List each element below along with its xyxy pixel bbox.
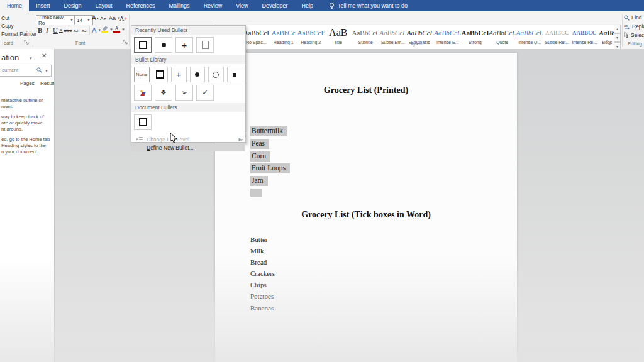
ribbon-tab-references[interactable]: References: [119, 0, 162, 11]
bullet-option-square-small[interactable]: [227, 67, 243, 82]
clear-formatting-button[interactable]: A: [119, 15, 127, 22]
change-list-level-menu-item[interactable]: Change List Level ▶: [131, 135, 245, 143]
grocery-item[interactable]: Bananas: [250, 304, 275, 315]
grow-font-button[interactable]: A▲: [92, 14, 99, 21]
style-title[interactable]: AaBTitle: [325, 25, 352, 52]
document-heading-2: Grocery List (Tick boxes in Word): [215, 210, 517, 220]
bullet-option-picture[interactable]: [134, 85, 152, 101]
font-color-button[interactable]: A ▼: [113, 26, 125, 33]
grocery-item-selected[interactable]: Jam: [250, 176, 290, 189]
styles-group-label: Styles: [409, 41, 421, 47]
bullet-option-square-thin[interactable]: [196, 37, 214, 53]
ribbon-tab-review[interactable]: Review: [197, 0, 230, 11]
ribbon-tab-layout[interactable]: Layout: [89, 0, 119, 11]
bullet-option-circle-open[interactable]: [208, 67, 224, 82]
bullet-option-check[interactable]: ✓: [196, 85, 214, 101]
ribbon-tab-mailings[interactable]: Mailings: [162, 0, 197, 11]
cut-button[interactable]: Cut: [1, 15, 9, 21]
select-button[interactable]: Select: [624, 32, 644, 38]
style-intense-e[interactable]: AaBbCcLIntense E...: [434, 25, 462, 52]
copy-button[interactable]: Copy: [1, 23, 14, 29]
navigation-pane-title: ation: [1, 53, 19, 62]
font-name-combobox[interactable]: Times New Ro▼: [36, 15, 76, 25]
gallery-scroll-down-button[interactable]: ▼: [614, 33, 621, 42]
style-heading-1[interactable]: AaBbCcHeading 1: [270, 25, 297, 52]
bullet-library-dropdown: Recently Used Bullets + Bullet Library N…: [131, 25, 246, 143]
tell-me-box[interactable]: Tell me what you want to do: [320, 0, 408, 11]
ribbon-tab-bar: HomeInsertDesignLayoutReferencesMailings…: [0, 0, 644, 11]
grocery-item[interactable]: Butter: [250, 236, 275, 247]
ribbon-tab-help[interactable]: Help: [295, 0, 321, 11]
bullet-option-plus[interactable]: +: [175, 37, 193, 53]
bullet-option-none[interactable]: None: [134, 67, 150, 82]
bullet-option-circle-filled[interactable]: [155, 37, 172, 53]
format-painter-button[interactable]: Format Painter: [1, 31, 36, 37]
italic-button[interactable]: I: [46, 26, 48, 34]
font-dialog-launcher-icon[interactable]: [123, 40, 128, 45]
replace-button[interactable]: ab Replace: [624, 23, 644, 30]
styles-dialog-launcher-icon[interactable]: [606, 40, 611, 46]
font-group-label: Font: [75, 40, 85, 46]
style-no-spac[interactable]: AaBbCcINo Spac...: [243, 25, 270, 52]
style-heading-2[interactable]: AaBbCcEHeading 2: [297, 25, 325, 52]
style-subtle-em[interactable]: AaBbCcLSubtle Em...: [379, 25, 407, 52]
bold-button[interactable]: B: [38, 26, 42, 34]
dropdown-resize-handle[interactable]: [240, 136, 245, 141]
grocery-item[interactable]: Chips: [250, 281, 275, 292]
font-size-combobox[interactable]: 14▼: [74, 15, 93, 25]
bullet-option-square-bold[interactable]: [134, 114, 152, 130]
style-intense-re[interactable]: AABBCCIntense Re...: [571, 25, 599, 52]
text-highlight-button[interactable]: ▼: [101, 26, 113, 33]
style-subtle-ref[interactable]: AABBCCSubtle Ref...: [543, 25, 571, 52]
ribbon-tab-design[interactable]: Design: [57, 0, 89, 11]
nav-close-icon[interactable]: ✕: [42, 52, 47, 59]
nav-description-line: n your document.: [1, 149, 54, 155]
bullet-option-square-bold[interactable]: [134, 37, 152, 53]
ribbon-tabs: HomeInsertDesignLayoutReferencesMailings…: [0, 0, 320, 11]
nav-search-icon[interactable]: [36, 67, 42, 73]
find-button[interactable]: Find: [624, 14, 642, 21]
lightbulb-icon: [329, 3, 335, 9]
style-book-title[interactable]: AaBbCc.Book Title: [598, 25, 614, 52]
grocery-item[interactable]: Milk: [250, 247, 275, 258]
ribbon-tab-home[interactable]: Home: [0, 0, 29, 11]
grocery-item[interactable]: Crackers: [250, 270, 275, 281]
nav-tab-results[interactable]: Results: [40, 80, 55, 86]
bullet-option-square-bold[interactable]: [153, 67, 169, 82]
ribbon-tab-view[interactable]: View: [229, 0, 255, 11]
nav-search-input[interactable]: cument ▼: [0, 65, 52, 77]
bullet-option-diamonds[interactable]: ❖: [155, 85, 172, 101]
mouse-cursor: [170, 133, 177, 144]
text-effects-button[interactable]: A▼: [92, 26, 101, 34]
style-quote[interactable]: AaBbCcLQuote: [489, 25, 516, 52]
superscript-button[interactable]: x2: [82, 28, 86, 33]
nav-title-dropdown-icon[interactable]: ▼: [29, 57, 33, 60]
style-emphasis[interactable]: AaBbCcLEmphasis: [407, 25, 435, 52]
strikethrough-button[interactable]: abc: [64, 28, 72, 33]
grocery-item[interactable]: Potatoes: [250, 292, 275, 304]
style-subtitle[interactable]: AaBbCcCSubtitle: [352, 25, 380, 52]
shrink-font-button[interactable]: A▼: [100, 16, 106, 21]
clipboard-dialog-launcher-icon[interactable]: [24, 40, 30, 45]
style-strong[interactable]: AaBbCcIStrong: [462, 25, 489, 52]
bullet-option-plus[interactable]: +: [171, 67, 187, 82]
nav-search-dropdown-icon[interactable]: ▼: [45, 69, 48, 73]
style-intense-q[interactable]: AaBbCcLIntense Q...: [516, 25, 544, 52]
gallery-scroll-up-button[interactable]: ▲: [614, 25, 621, 33]
search-icon: [624, 15, 630, 21]
document-page[interactable]: Grocery List (Printed) ButtermilkPeasCor…: [215, 53, 517, 362]
nav-tab-pages[interactable]: Pages: [20, 80, 35, 86]
bullet-option-arrowhead[interactable]: ➢: [175, 85, 193, 101]
grocery-item-selected[interactable]: Peas: [250, 139, 290, 151]
grocery-item-selected[interactable]: Corn: [250, 151, 290, 164]
grocery-item-selected[interactable]: Fruit Loops: [250, 163, 290, 176]
ribbon-tab-developer[interactable]: Developer: [255, 0, 295, 11]
grocery-item-selected[interactable]: Buttermilk: [250, 126, 290, 139]
subscript-button[interactable]: x2: [74, 28, 78, 33]
grocery-item[interactable]: Bread: [250, 258, 275, 270]
bullet-option-circle-filled[interactable]: [190, 67, 206, 82]
svg-text:ab: ab: [624, 24, 628, 28]
define-new-bullet-menu-item[interactable]: Define New Bullet...: [131, 143, 245, 151]
ribbon-tab-insert[interactable]: Insert: [29, 0, 57, 11]
underline-button[interactable]: U▼: [53, 26, 63, 34]
